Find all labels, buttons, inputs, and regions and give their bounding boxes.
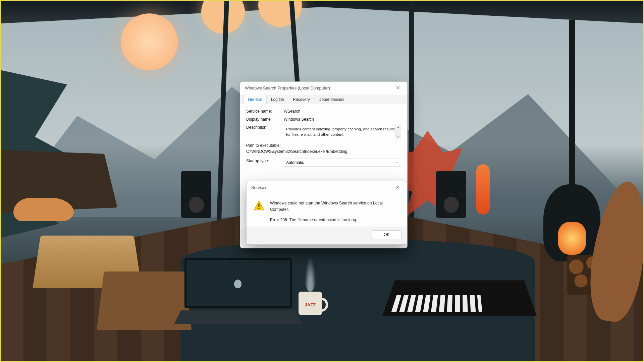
ok-button[interactable]: OK xyxy=(372,230,401,239)
path-value: C:\WINDOWS\system32\SearchIndexer.exe /E… xyxy=(246,148,401,155)
tab-dependencies[interactable]: Dependencies xyxy=(314,95,349,104)
display-name-value: Windows Search xyxy=(284,117,401,122)
startup-type-select[interactable]: Automatic xyxy=(284,159,401,167)
display-name-label: Display name: xyxy=(246,117,284,122)
tab-label: Dependencies xyxy=(319,97,344,102)
dialog-title: Services xyxy=(251,185,267,190)
mug-label: JAZZ xyxy=(299,302,322,307)
tab-label: Log On xyxy=(271,97,284,102)
tab-recovery[interactable]: Recovery xyxy=(288,95,314,104)
tab-label: Recovery xyxy=(293,97,310,102)
tab-label: General xyxy=(248,97,262,102)
error-line-2: Error 206: The filename or extension is … xyxy=(270,217,400,223)
titlebar[interactable]: Services xyxy=(247,181,407,194)
close-button[interactable] xyxy=(391,183,404,192)
service-name-value: WSearch xyxy=(284,109,401,114)
service-name-label: Service name: xyxy=(246,109,284,114)
tab-log-on[interactable]: Log On xyxy=(267,95,288,104)
svg-rect-2 xyxy=(259,208,260,209)
titlebar[interactable]: Windows Search Properties (Local Compute… xyxy=(240,82,407,95)
tab-general[interactable]: General xyxy=(244,95,267,104)
error-message: Windows could not start the Windows Sear… xyxy=(270,200,400,223)
description-scrollbar[interactable]: ▴ ▾ xyxy=(395,125,401,139)
dialog-title: Windows Search Properties (Local Compute… xyxy=(245,86,330,90)
description-text: Provides content indexing, property cach… xyxy=(286,127,394,136)
services-error-dialog: Services Windows could not start the Win… xyxy=(246,181,407,245)
warning-icon xyxy=(253,200,265,223)
path-label: Path to executable: xyxy=(246,142,401,148)
description-textbox[interactable]: Provides content indexing, property cach… xyxy=(284,125,401,139)
scroll-up-icon[interactable]: ▴ xyxy=(397,125,399,129)
svg-rect-1 xyxy=(259,204,260,207)
button-label: OK xyxy=(384,232,389,237)
dialog-body: Service name: WSearch Display name: Wind… xyxy=(240,104,407,170)
close-button[interactable] xyxy=(391,83,405,93)
mug: JAZZ xyxy=(299,292,322,315)
scroll-down-icon[interactable]: ▾ xyxy=(397,135,399,139)
startup-type-label: Startup type: xyxy=(246,159,284,163)
close-icon xyxy=(396,86,400,90)
tab-strip: General Log On Recovery Dependencies xyxy=(240,95,407,104)
close-icon xyxy=(396,185,399,190)
error-line-1: Windows could not start the Windows Sear… xyxy=(270,200,400,213)
description-label: Description: xyxy=(246,125,284,130)
